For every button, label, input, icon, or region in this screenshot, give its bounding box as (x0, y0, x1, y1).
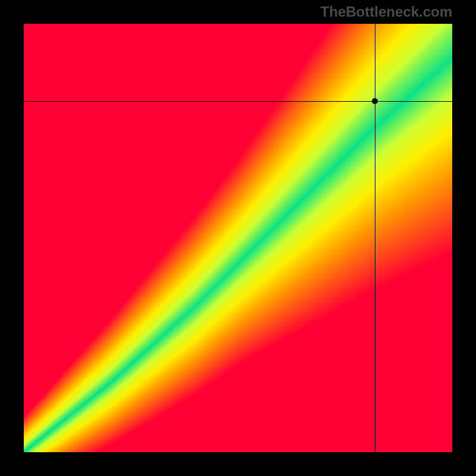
marker-point (372, 98, 378, 104)
crosshair-horizontal (24, 101, 452, 102)
watermark-label: TheBottleneck.com (321, 4, 452, 20)
heatmap-plot (24, 24, 452, 452)
chart-container: TheBottleneck.com (0, 0, 476, 476)
crosshair-vertical (375, 24, 375, 452)
